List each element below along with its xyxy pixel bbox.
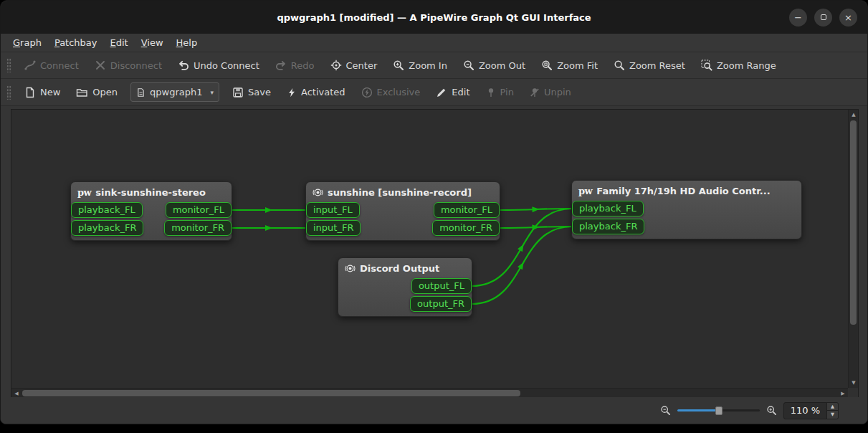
graph-canvas[interactable]: pw sink-sunshine-stereo playback_FL play… [11, 110, 848, 388]
patchbay-file-combobox[interactable]: qpwgraph1 ▾ [130, 82, 219, 102]
pipewire-icon: pw [578, 186, 592, 196]
toolbar-drag-handle[interactable] [6, 85, 11, 100]
minimize-button[interactable]: − [789, 9, 807, 27]
port-monitor-fr[interactable]: monitor_FR [432, 220, 500, 236]
wire-arrow-icon [265, 225, 272, 231]
zoom-fit-icon [541, 60, 553, 71]
zoom-spinbox[interactable]: 110 % ▲ ▼ [783, 402, 839, 419]
toolbar-graph: Connect Disconnect Undo Connect Redo Cen… [1, 52, 867, 79]
maximize-button[interactable] [814, 9, 832, 27]
port-playback-fr[interactable]: playback_FR [572, 219, 644, 234]
port-monitor-fl[interactable]: monitor_FL [434, 202, 500, 218]
window-titlebar[interactable]: qpwgraph1 [modified] — A PipeWire Graph … [1, 1, 867, 34]
menu-view[interactable]: View [135, 35, 170, 50]
port-output-fl[interactable]: output_FL [411, 278, 472, 294]
port-input-fr[interactable]: input_FR [306, 220, 361, 236]
center-button[interactable]: Center [323, 56, 386, 75]
vertical-scrollbar[interactable]: ▲ ▼ [848, 110, 858, 388]
horizontal-scrollbar[interactable]: ◀ ▶ [11, 388, 848, 398]
zoom-range-button[interactable]: Zoom Range [693, 56, 784, 75]
wire-arrow-icon [518, 243, 526, 252]
zoom-range-label: Zoom Range [717, 60, 776, 71]
exclusive-label: Exclusive [377, 87, 421, 97]
zoom-out-icon[interactable] [660, 405, 671, 416]
minimize-icon: − [794, 13, 802, 22]
spin-up-icon[interactable]: ▲ [827, 403, 838, 411]
zoom-slider[interactable] [677, 405, 760, 416]
disconnect-button[interactable]: Disconnect [87, 56, 170, 75]
save-button[interactable]: Save [224, 83, 279, 102]
patchbay-file-value: qpwgraph1 [150, 87, 202, 97]
edit-pencil-icon [436, 87, 447, 98]
port-monitor-fl[interactable]: monitor_FL [166, 202, 232, 218]
zoom-out-button[interactable]: Zoom Out [455, 56, 533, 75]
port-playback-fl[interactable]: playback_FL [572, 201, 644, 217]
node-header: pw Family 17h/19h HD Audio Contr... [572, 181, 801, 199]
exclusive-bolt-icon [361, 87, 373, 98]
disconnect-label: Disconnect [110, 60, 162, 71]
connect-button[interactable]: Connect [16, 56, 87, 75]
toolbar-drag-handle[interactable] [6, 58, 11, 72]
port-monitor-fr[interactable]: monitor_FR [164, 220, 232, 236]
activated-label: Activated [301, 87, 345, 97]
center-label: Center [346, 60, 378, 71]
connection-wires [11, 110, 848, 388]
zoom-reset-button[interactable]: Zoom Reset [606, 56, 693, 75]
zoom-in-icon[interactable] [766, 405, 777, 416]
save-icon [232, 87, 244, 98]
center-icon [330, 60, 342, 71]
close-icon: × [844, 13, 852, 22]
node-sunshine[interactable]: sunshine [sunshine-record] input_FL inpu… [305, 181, 500, 241]
zoom-in-label: Zoom In [409, 60, 447, 71]
open-button[interactable]: Open [68, 83, 125, 102]
vertical-scroll-thumb[interactable] [850, 120, 857, 325]
port-output-fr[interactable]: output_FR [410, 296, 472, 312]
zoom-in-button[interactable]: Zoom In [385, 56, 455, 75]
connect-icon [24, 60, 36, 71]
menu-edit[interactable]: Edit [104, 35, 135, 50]
exclusive-button[interactable]: Exclusive [353, 83, 429, 102]
toolbar-patchbay: New Open qpwgraph1 ▾ Save Activated [1, 79, 867, 106]
undo-connect-button[interactable]: Undo Connect [170, 56, 267, 75]
node-title: Family 17h/19h HD Audio Contr... [596, 186, 770, 196]
zoom-reset-label: Zoom Reset [629, 60, 685, 71]
horizontal-scroll-thumb[interactable] [22, 390, 520, 396]
wire-arrow-icon [265, 207, 272, 213]
node-sink-sunshine-stereo[interactable]: pw sink-sunshine-stereo playback_FL play… [70, 181, 232, 241]
unpin-icon [530, 87, 540, 98]
close-button[interactable]: × [839, 9, 857, 27]
open-label: Open [92, 87, 118, 97]
node-title: sink-sunshine-stereo [95, 187, 206, 198]
node-discord-output[interactable]: Discord Output output_FL output_FR [338, 257, 472, 317]
pin-button[interactable]: Pin [478, 83, 522, 102]
activated-button[interactable]: Activated [279, 83, 353, 102]
new-button[interactable]: New [16, 83, 68, 102]
record-icon [313, 187, 323, 198]
record-icon [345, 263, 356, 274]
node-hd-audio-controller[interactable]: pw Family 17h/19h HD Audio Contr... play… [571, 180, 802, 239]
window-controls: − × [789, 1, 857, 34]
port-input-fl[interactable]: input_FL [306, 202, 360, 218]
scroll-up-icon[interactable]: ▲ [849, 110, 859, 120]
redo-label: Redo [291, 60, 315, 71]
edit-button[interactable]: Edit [428, 83, 477, 102]
menu-graph[interactable]: Graph [6, 35, 48, 50]
port-playback-fr[interactable]: playback_FR [71, 220, 143, 236]
pipewire-icon: pw [77, 187, 91, 198]
node-header: pw sink-sunshine-stereo [71, 182, 232, 201]
menu-help[interactable]: Help [170, 35, 204, 50]
unpin-button[interactable]: Unpin [522, 83, 579, 102]
scrollbar-corner [848, 388, 858, 398]
zoom-slider-handle[interactable] [715, 406, 722, 415]
zoom-range-icon [701, 60, 712, 71]
node-title: Discord Output [360, 263, 439, 274]
zoom-reset-icon [614, 60, 625, 71]
zoom-fit-button[interactable]: Zoom Fit [533, 56, 606, 75]
spin-down-icon[interactable]: ▼ [827, 410, 838, 419]
redo-button[interactable]: Redo [267, 56, 323, 75]
chevron-down-icon: ▾ [211, 89, 214, 96]
port-playback-fl[interactable]: playback_FL [71, 202, 143, 218]
menu-patchbay[interactable]: Patchbay [48, 35, 104, 50]
scroll-down-icon[interactable]: ▼ [849, 378, 859, 388]
app-window: qpwgraph1 [modified] — A PipeWire Graph … [0, 0, 868, 424]
